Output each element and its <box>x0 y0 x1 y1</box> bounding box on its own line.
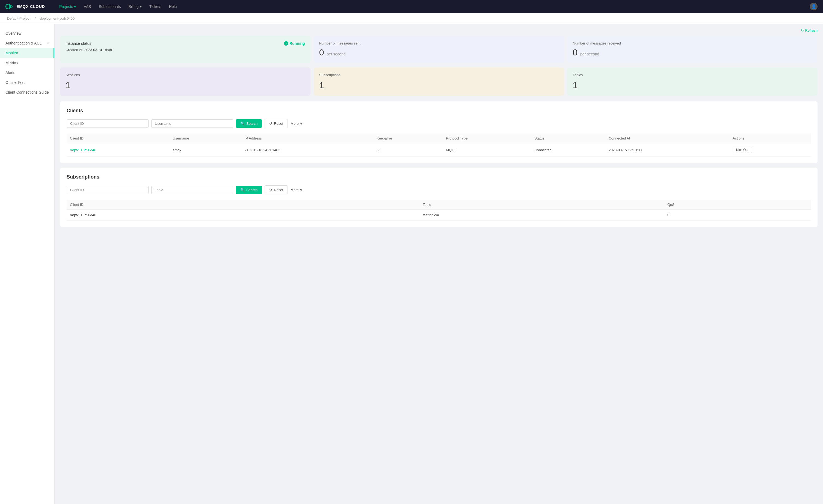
clients-table-body: mqttx_18c90d46 emqx 218.81.218.242:61402… <box>66 143 811 157</box>
refresh-icon: ↻ <box>801 28 804 32</box>
sidebar-label-alerts: Alerts <box>5 70 15 75</box>
clients-reset-button[interactable]: ↺ Reset <box>265 119 288 128</box>
subscriptions-table-header: Client ID Topic QoS <box>66 200 811 210</box>
topics-title: Topics <box>572 73 812 77</box>
subscriptions-client-id-input[interactable] <box>66 186 149 194</box>
clients-col-protocol: Protocol Type <box>443 134 531 143</box>
sidebar-item-auth-acl[interactable]: Authentication & ACL ▾ <box>0 38 54 48</box>
subscriptions-search-button[interactable]: 🔍 Search <box>236 186 262 194</box>
subscriptions-section: Subscriptions 🔍 Search ↺ Reset More ∨ <box>60 168 818 227</box>
messages-received-title: Number of messages received <box>572 41 812 45</box>
sub-col-client-id: Client ID <box>66 200 420 210</box>
messages-sent-value: 0 <box>319 47 324 57</box>
nav-vas[interactable]: VAS <box>80 3 94 10</box>
sidebar-item-metrics[interactable]: Metrics <box>0 58 54 68</box>
client-id-link[interactable]: mqttx_18c90d46 <box>70 148 96 152</box>
instance-status-card: Instance status Running Created At: 2023… <box>60 36 311 63</box>
clients-more-button[interactable]: More ∨ <box>291 122 303 126</box>
topics-value: 1 <box>572 80 812 91</box>
sidebar-label-monitor: Monitor <box>5 51 18 55</box>
subscriptions-stat-card: Subscriptions 1 <box>314 67 564 96</box>
clients-col-username: Username <box>170 134 241 143</box>
avatar[interactable]: 👤 <box>810 3 818 10</box>
clients-search-button[interactable]: 🔍 Search <box>236 119 262 128</box>
protocol-cell: MQTT <box>443 143 531 157</box>
subscriptions-stat-title: Subscriptions <box>319 73 559 77</box>
subscriptions-stat-value: 1 <box>319 80 559 91</box>
breadcrumb-project[interactable]: Default Project <box>7 16 30 20</box>
sidebar-label-online-test: Online Test <box>5 80 25 85</box>
messages-sent-unit: per second <box>327 52 345 56</box>
messages-received-value: 0 <box>572 47 578 57</box>
instance-status-row: Instance status Running <box>65 41 305 46</box>
chevron-down-icon: ∨ <box>300 122 303 126</box>
stats-grid-bottom: Sessions 1 Subscriptions 1 Topics 1 <box>60 67 818 96</box>
breadcrumb-deployment: deployment-ycdc0400 <box>40 16 74 20</box>
nav-tickets[interactable]: Tickets <box>146 3 165 10</box>
ip-cell: 218.81.218.242:61402 <box>241 143 373 157</box>
sidebar-item-online-test[interactable]: Online Test <box>0 77 54 88</box>
main-layout: Overview Authentication & ACL ▾ Monitor … <box>0 24 823 504</box>
actions-cell: Kick Out <box>729 143 811 157</box>
logo: EMQX CLOUD <box>5 4 45 9</box>
messages-sent-card: Number of messages sent 0 per second <box>314 36 564 63</box>
sidebar-item-monitor[interactable]: Monitor <box>0 48 54 58</box>
instance-created-at: Created At: 2023.03.14 18:08 <box>65 48 305 52</box>
sidebar: Overview Authentication & ACL ▾ Monitor … <box>0 24 55 504</box>
clients-table-header: Client ID Username IP Address Keepalive … <box>66 134 811 143</box>
clients-username-input[interactable] <box>151 119 233 128</box>
clients-filter-row: 🔍 Search ↺ Reset More ∨ <box>66 119 811 128</box>
nav-help[interactable]: Help <box>166 3 180 10</box>
search-icon: 🔍 <box>240 188 244 192</box>
refresh-bar: ↻ Refresh <box>60 28 818 32</box>
nav-billing[interactable]: Billing ▾ <box>125 3 145 10</box>
main-content: ↻ Refresh Instance status Running Create… <box>55 24 823 504</box>
sidebar-item-alerts[interactable]: Alerts <box>0 68 54 77</box>
clients-col-status: Status <box>531 134 605 143</box>
messages-received-card: Number of messages received 0 per second <box>567 36 818 63</box>
sub-col-qos: QoS <box>664 200 811 210</box>
search-icon: 🔍 <box>240 122 244 126</box>
sidebar-label-auth-acl: Authentication & ACL <box>5 41 41 45</box>
top-navigation: EMQX CLOUD Projects ▾ VAS Subaccounts Bi… <box>0 0 823 13</box>
sessions-title: Sessions <box>65 73 305 77</box>
clients-col-keepalive: Keepalive <box>373 134 443 143</box>
kick-out-button[interactable]: Kick Out <box>732 147 752 153</box>
breadcrumb-separator: / <box>35 16 36 20</box>
running-status: Running <box>284 41 305 46</box>
stats-grid-top: Instance status Running Created At: 2023… <box>60 36 818 63</box>
messages-sent-value-row: 0 per second <box>319 47 559 57</box>
refresh-button[interactable]: ↻ Refresh <box>801 28 818 32</box>
subscriptions-topic-input[interactable] <box>151 186 233 194</box>
status-cell: Connected <box>531 143 605 157</box>
svg-point-0 <box>6 4 11 9</box>
messages-sent-title: Number of messages sent <box>319 41 559 45</box>
table-row: mqttx_18c90d46 emqx 218.81.218.242:61402… <box>66 143 811 157</box>
messages-received-unit: per second <box>580 52 599 56</box>
nav-projects[interactable]: Projects ▾ <box>56 3 79 10</box>
clients-client-id-input[interactable] <box>66 119 149 128</box>
subscriptions-more-button[interactable]: More ∨ <box>291 188 303 192</box>
clients-col-actions: Actions <box>729 134 811 143</box>
reset-icon: ↺ <box>269 122 272 126</box>
subscriptions-title: Subscriptions <box>66 174 811 180</box>
sidebar-item-client-guide[interactable]: Client Connections Guide <box>0 88 54 97</box>
messages-received-value-row: 0 per second <box>572 47 812 57</box>
subscriptions-filter-row: 🔍 Search ↺ Reset More ∨ <box>66 185 811 194</box>
clients-col-client-id: Client ID <box>66 134 170 143</box>
nav-links: Projects ▾ VAS Subaccounts Billing ▾ Tic… <box>56 3 810 10</box>
table-row: mqttx_18c90d46 testtopic/# 0 <box>66 210 811 220</box>
svg-point-1 <box>7 4 10 9</box>
sub-col-topic: Topic <box>420 200 664 210</box>
reset-icon: ↺ <box>269 188 272 192</box>
subscriptions-reset-button[interactable]: ↺ Reset <box>265 185 288 194</box>
sidebar-item-overview[interactable]: Overview <box>0 28 54 38</box>
nav-subaccounts[interactable]: Subaccounts <box>95 3 124 10</box>
clients-title: Clients <box>66 108 811 114</box>
breadcrumb: Default Project / deployment-ycdc0400 <box>0 13 823 24</box>
subscriptions-table-body: mqttx_18c90d46 testtopic/# 0 <box>66 210 811 220</box>
clients-table: Client ID Username IP Address Keepalive … <box>66 134 811 157</box>
client-id-cell: mqttx_18c90d46 <box>66 143 170 157</box>
topics-card: Topics 1 <box>567 67 818 96</box>
sidebar-label-metrics: Metrics <box>5 60 18 65</box>
